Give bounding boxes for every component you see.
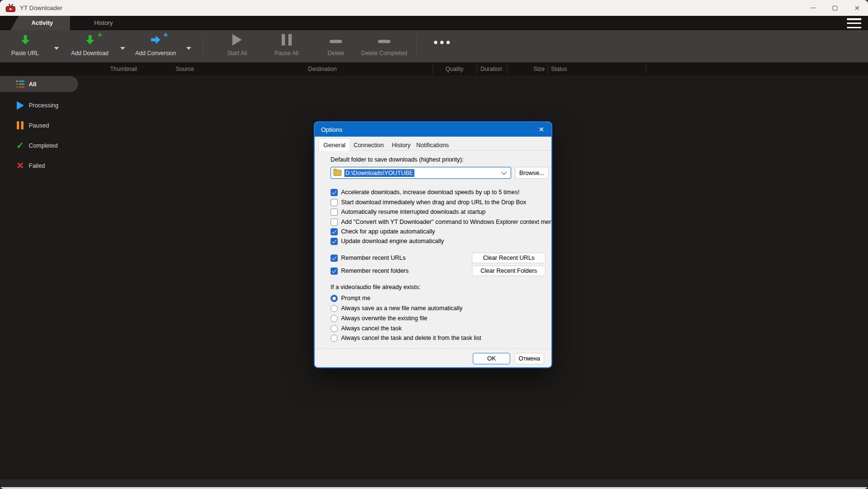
column-thumbnail[interactable]: Thumbnail: [110, 62, 137, 75]
more-button[interactable]: [429, 30, 454, 62]
clear-recent-folders-button[interactable]: Clear Recent Folders: [472, 266, 546, 276]
add-download-button[interactable]: + Add Download: [67, 30, 113, 62]
add-conversion-dropdown[interactable]: [184, 30, 194, 62]
ellipsis-icon: [434, 41, 450, 44]
dialog-tab-notifications[interactable]: Notifications: [412, 140, 453, 151]
column-size[interactable]: Size: [508, 62, 545, 75]
tab-history[interactable]: History: [76, 16, 131, 30]
close-icon: ✕: [538, 126, 544, 133]
sidebar-item-failed[interactable]: ✕ Failed: [0, 158, 78, 174]
close-button[interactable]: ✕: [846, 0, 868, 16]
column-separator: [507, 64, 507, 74]
column-quality[interactable]: Quality: [445, 62, 463, 75]
checkbox-context-menu[interactable]: Add "Convert with YT Downloader" command…: [331, 218, 552, 226]
radio-icon[interactable]: [331, 305, 338, 312]
sidebar-item-completed[interactable]: ✓ Completed: [0, 138, 78, 153]
sidebar-item-all[interactable]: All: [0, 76, 78, 92]
column-duration[interactable]: Duration: [480, 62, 502, 75]
file-exists-label: If a video/audio file already exists:: [331, 284, 421, 291]
plus-icon: +: [98, 31, 103, 39]
radio-cancel-and-delete[interactable]: Always cancel the task and delete it fro…: [331, 334, 481, 342]
add-conversion-icon: +: [149, 30, 162, 49]
sidebar-item-processing[interactable]: Processing: [0, 97, 78, 113]
radio-save-new-name[interactable]: Always save as a new file name automatic…: [331, 304, 463, 312]
checkbox-label: Update download engine automatically: [341, 238, 444, 244]
checkbox-icon[interactable]: [331, 199, 338, 206]
browse-button[interactable]: Browse...: [515, 167, 548, 179]
dialog-tab-connection[interactable]: Connection: [349, 140, 388, 151]
window-titlebar: YT Downloader ✕: [0, 0, 868, 16]
checkbox-icon[interactable]: [331, 189, 338, 196]
dialog-tab-general[interactable]: General: [319, 138, 350, 151]
close-icon: ✕: [854, 5, 860, 12]
radio-overwrite[interactable]: Always overwrite the existing file: [331, 314, 427, 322]
radio-icon[interactable]: [331, 325, 338, 332]
checkbox-icon[interactable]: [331, 219, 338, 226]
checkbox-label: Automatically resume interrupted downloa…: [341, 209, 486, 215]
checkbox-icon[interactable]: [331, 228, 338, 235]
radio-icon[interactable]: [331, 315, 338, 322]
menu-button[interactable]: [847, 18, 861, 28]
checkbox-icon[interactable]: [331, 255, 338, 262]
radio-label: Always cancel the task and delete it fro…: [341, 335, 481, 341]
paste-url-icon: [19, 30, 32, 49]
checkbox-remember-urls[interactable]: Remember recent URLs: [331, 254, 406, 262]
check-icon: ✓: [15, 141, 25, 151]
chevron-down-icon[interactable]: [502, 171, 506, 175]
options-dialog: Options ✕ General Connection History Not…: [314, 121, 552, 368]
checkbox-remember-folders[interactable]: Remember recent folders: [331, 267, 409, 275]
window-title: YT Downloader: [20, 4, 62, 12]
dialog-tabbar: General Connection History Notifications: [315, 137, 551, 151]
radio-icon[interactable]: [331, 335, 338, 342]
dialog-tab-history[interactable]: History: [388, 140, 415, 151]
radio-prompt-me[interactable]: Prompt me: [331, 294, 370, 302]
tab-activity[interactable]: Activity: [11, 16, 70, 30]
checkbox-icon[interactable]: [331, 268, 338, 275]
start-all-button: Start All: [218, 30, 256, 62]
paste-url-button[interactable]: Paste URL: [5, 30, 46, 62]
status-strip: [0, 479, 868, 487]
default-folder-combobox[interactable]: D:\Downloads\YOUTUBE: [331, 167, 511, 179]
checkbox-icon[interactable]: [331, 238, 338, 245]
tab-history-label: History: [94, 20, 113, 26]
play-icon: [15, 101, 25, 110]
radio-cancel-task[interactable]: Always cancel the task: [331, 325, 401, 332]
chevron-down-icon: [186, 47, 191, 50]
paste-url-dropdown[interactable]: [52, 30, 61, 62]
checkbox-auto-resume[interactable]: Automatically resume interrupted downloa…: [331, 208, 486, 216]
checkbox-start-immediately[interactable]: Start download immediately when drag and…: [331, 198, 526, 206]
start-all-label: Start All: [227, 50, 247, 57]
add-conversion-label: Add Conversion: [135, 50, 176, 57]
delete-completed-label: Delete Completed: [361, 50, 407, 57]
minimize-button[interactable]: [802, 0, 824, 16]
column-separator: [548, 64, 548, 74]
dialog-titlebar[interactable]: Options ✕: [315, 122, 551, 137]
cancel-button[interactable]: Отмена: [514, 353, 544, 364]
checkbox-app-update[interactable]: Check for app update automatically: [331, 228, 435, 235]
plus-icon: +: [163, 31, 168, 39]
delete-completed-icon: [378, 30, 390, 49]
ok-button[interactable]: OK: [473, 353, 510, 364]
pause-all-button: Pause All: [267, 30, 306, 62]
column-destination[interactable]: Destination: [308, 62, 337, 75]
start-all-icon: [232, 30, 242, 49]
clear-recent-urls-button[interactable]: Clear Recent URLs: [472, 253, 546, 263]
toolbar-separator: [203, 34, 203, 58]
add-conversion-button[interactable]: + Add Conversion: [130, 30, 181, 62]
sidebar-item-label: Processing: [29, 102, 58, 109]
checkbox-label: Accelerate downloads, increase download …: [341, 189, 519, 196]
x-icon: ✕: [15, 161, 25, 171]
radio-icon[interactable]: [331, 295, 338, 302]
checkbox-engine-update[interactable]: Update download engine automatically: [331, 237, 444, 245]
sidebar-item-paused[interactable]: Paused: [0, 117, 78, 133]
add-download-dropdown[interactable]: [118, 30, 127, 62]
checkbox-accelerate[interactable]: Accelerate downloads, increase download …: [331, 188, 519, 196]
maximize-button[interactable]: [824, 0, 846, 16]
column-source[interactable]: Source: [176, 62, 194, 75]
toolbar-separator: [416, 34, 417, 58]
checkbox-icon[interactable]: [331, 209, 338, 216]
column-status[interactable]: Status: [551, 62, 567, 75]
tab-activity-label: Activity: [27, 20, 53, 26]
default-folder-label: Default folder to save downloads (highes…: [331, 156, 464, 163]
dialog-close-button[interactable]: ✕: [531, 122, 551, 137]
